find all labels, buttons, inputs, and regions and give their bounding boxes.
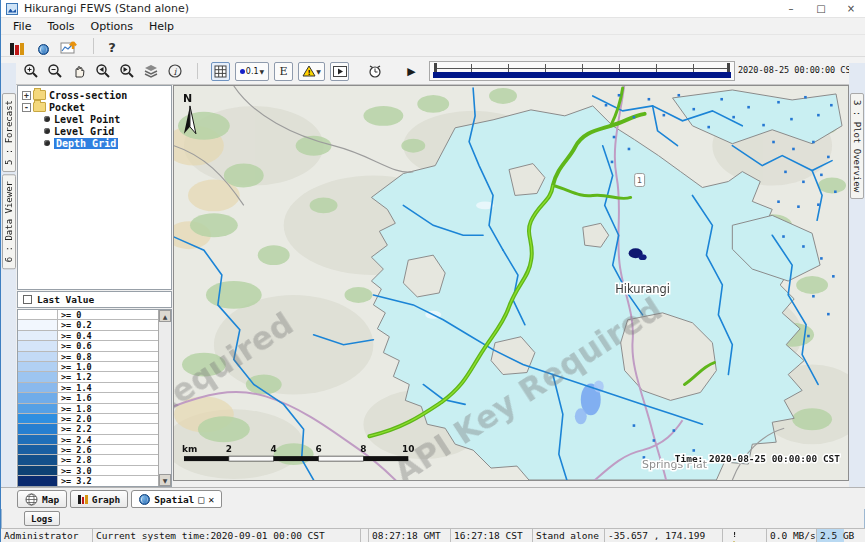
main-area: 5 : Forecast 6 : Data Viewer + Cross-sec… xyxy=(1,85,865,487)
svg-text:N: N xyxy=(183,92,192,105)
legend-row-label: >= 3.0 xyxy=(58,466,158,475)
tab-graph[interactable]: Graph xyxy=(70,490,128,508)
legend-table: >= 0>= 0.2>= 0.4>= 0.6>= 0.8>= 1.0>= 1.2… xyxy=(17,309,172,487)
legend-row-label: >= 3.2 xyxy=(58,476,158,485)
legend-row-label: >= 2.8 xyxy=(58,455,158,464)
map-canvas[interactable]: 1 API Key Required API Key Required N km… xyxy=(174,86,848,480)
legend-row: >= 0 xyxy=(18,310,158,320)
interval-timer-icon[interactable] xyxy=(365,62,384,81)
bullet-icon xyxy=(44,128,50,134)
tab-spatial[interactable]: Spatial □ ✕ xyxy=(131,490,222,508)
last-value-checkbox[interactable] xyxy=(23,295,32,304)
animation-icon[interactable] xyxy=(330,62,349,81)
legend-color-swatch xyxy=(18,372,58,381)
menu-file[interactable]: File xyxy=(5,20,39,33)
tree-item-cross-section[interactable]: + Cross-section xyxy=(20,89,171,101)
globe-icon[interactable] xyxy=(33,37,53,55)
window-title: Hikurangi FEWS (Stand alone) xyxy=(24,2,189,15)
tree-item-pocket[interactable]: - Pocket xyxy=(20,101,171,113)
layers-icon[interactable] xyxy=(141,62,160,81)
zoom-previous-icon[interactable] xyxy=(93,62,112,81)
legend-row: >= 1.8 xyxy=(18,404,158,414)
legend-row-label: >= 0 xyxy=(58,310,158,319)
close-button[interactable]: × xyxy=(836,0,865,17)
highway-shield: 1 xyxy=(635,174,645,187)
collapse-icon[interactable]: - xyxy=(22,103,31,112)
legend-row: >= 1.2 xyxy=(18,372,158,382)
maximize-button[interactable]: □ xyxy=(806,0,836,17)
folder-icon xyxy=(33,102,46,112)
svg-text:km: km xyxy=(182,444,197,454)
tree-item-level-grid[interactable]: Level Grid xyxy=(30,125,171,137)
legend-scrollbar[interactable]: ▲ ▼ xyxy=(158,310,171,486)
legend-color-swatch xyxy=(18,393,58,402)
pan-icon[interactable] xyxy=(69,62,88,81)
tree-item-depth-grid[interactable]: Depth Grid xyxy=(30,137,171,149)
legend-row-label: >= 2.4 xyxy=(58,435,158,444)
tree-label: Level Grid xyxy=(54,126,114,137)
tree-item-level-point[interactable]: Level Point xyxy=(30,113,171,125)
warning-icon xyxy=(728,530,740,542)
tab-forecast[interactable]: 5 : Forecast xyxy=(2,93,16,172)
title-bar[interactable]: Hikurangi FEWS (Stand alone) – □ × xyxy=(1,0,865,18)
scroll-down-icon[interactable]: ▼ xyxy=(159,474,171,486)
tab-spatial-label: Spatial xyxy=(154,494,194,505)
spatial-display-icon[interactable] xyxy=(59,37,79,55)
map-view[interactable]: 1 API Key Required API Key Required N km… xyxy=(173,85,849,481)
status-system-time: Current system time:2020-09-01 00:00 CST xyxy=(93,529,361,542)
grid-icon[interactable] xyxy=(211,62,230,81)
logs-tab[interactable]: Logs xyxy=(24,511,60,526)
status-warning-cell[interactable] xyxy=(723,529,767,542)
toolbar-separator xyxy=(197,63,198,79)
legend-color-swatch xyxy=(18,404,58,413)
tab-map[interactable]: Map xyxy=(17,490,67,508)
minimize-button[interactable]: – xyxy=(776,0,806,17)
zoom-out-icon[interactable] xyxy=(45,62,64,81)
status-memory[interactable]: 2.5 GB xyxy=(817,529,865,542)
legend-row: >= 0.2 xyxy=(18,320,158,330)
legend-color-swatch xyxy=(18,435,58,444)
bar-chart-icon xyxy=(78,494,88,504)
logs-row: Logs xyxy=(1,509,865,528)
legend-color-swatch xyxy=(18,352,58,361)
menu-options[interactable]: Options xyxy=(83,20,141,33)
legend-row-label: >= 0.2 xyxy=(58,320,158,329)
help-icon[interactable]: ? xyxy=(102,37,122,55)
globe-wire-icon xyxy=(25,493,38,506)
legend-row-label: >= 1.6 xyxy=(58,393,158,402)
legend-row: >= 1.6 xyxy=(18,393,158,403)
left-tab-strip: 5 : Forecast 6 : Data Viewer xyxy=(1,63,16,487)
svg-text:8: 8 xyxy=(360,444,366,454)
warning-dropdown[interactable]: !▼ xyxy=(298,62,325,81)
zoom-next-icon[interactable] xyxy=(117,62,136,81)
time-slider[interactable] xyxy=(429,61,735,81)
legend-row-label: >= 1.0 xyxy=(58,362,158,371)
database-icon[interactable] xyxy=(7,37,27,55)
tab-data-viewer[interactable]: 6 : Data Viewer xyxy=(2,174,16,269)
menu-tools[interactable]: Tools xyxy=(39,20,82,33)
svg-text:1: 1 xyxy=(637,177,642,186)
tab-plot-overview[interactable]: 3 : Plot Overview xyxy=(850,93,864,199)
map-toolbar: i 0.1▼ E !▼ ▶ xyxy=(1,57,865,85)
tab-maximize-icon[interactable]: □ xyxy=(198,494,204,505)
legend-color-swatch xyxy=(18,341,58,350)
main-toolbar: ? xyxy=(1,35,865,57)
svg-text:6: 6 xyxy=(315,444,321,454)
info-icon[interactable]: i xyxy=(165,62,184,81)
expand-icon[interactable]: + xyxy=(22,91,31,100)
last-value-label: Last Value xyxy=(37,294,94,305)
class-breaks-dropdown[interactable]: 0.1▼ xyxy=(235,62,269,81)
status-user: Administrator xyxy=(1,529,93,542)
play-icon[interactable]: ▶ xyxy=(402,62,421,81)
time-slider-range-bar xyxy=(433,72,731,78)
labels-icon[interactable]: E xyxy=(274,62,293,81)
tab-map-label: Map xyxy=(42,494,59,505)
svg-text:4: 4 xyxy=(271,444,277,454)
zoom-in-icon[interactable] xyxy=(21,62,40,81)
status-gmt-time: 08:27:18 GMT xyxy=(369,529,451,542)
scroll-up-icon[interactable]: ▲ xyxy=(159,310,171,322)
menu-help[interactable]: Help xyxy=(141,20,182,33)
tree-label: Level Point xyxy=(54,114,120,125)
legend-row-label: >= 2.6 xyxy=(58,445,158,454)
tab-close-icon[interactable]: ✕ xyxy=(208,494,214,505)
